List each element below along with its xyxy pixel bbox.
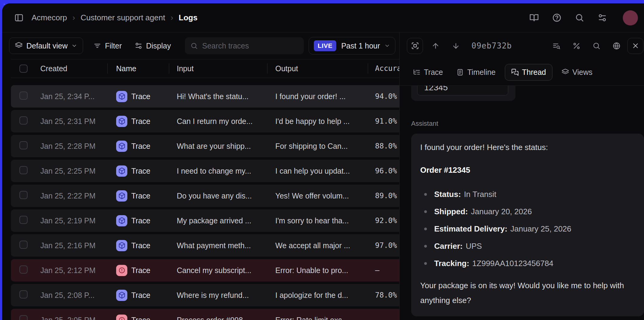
row-checkbox[interactable] [19,216,28,224]
row-name: Trace [107,141,169,152]
column-header-input[interactable]: Input [169,59,267,78]
breadcrumb-org[interactable]: Acmecorp [32,13,67,22]
percent-icon[interactable] [572,42,581,50]
list-search-icon[interactable] [552,42,561,50]
detail-value: January 25, 2026 [510,223,571,234]
search-traces-input[interactable] [202,42,298,50]
row-created: Jan 25, 2:25 PM [40,167,107,175]
order-heading: Order #12345 [420,165,635,175]
trace-type-icon [116,165,127,177]
breadcrumb: Acmecorp › Customer support agent › Logs [32,13,197,22]
detail-value: 1Z999AA10123456784 [472,258,553,269]
row-name: Trace [107,91,169,102]
detail-label: Shipped: [434,206,468,217]
table-row[interactable]: Jan 25, 2:19 PM Trace My package arrived… [11,209,399,232]
row-checkbox[interactable] [19,241,28,249]
filter-button[interactable]: Filter [93,42,122,50]
layers-icon [15,42,23,50]
row-checkbox[interactable] [19,191,28,199]
row-checkbox[interactable] [19,166,28,174]
display-button[interactable]: Display [135,42,171,50]
table-row[interactable]: Jan 25, 2:22 PM Trace Do you have any di… [11,185,399,207]
detail-label: Status: [434,189,461,200]
row-created: Jan 25, 2:28 PM [40,142,107,151]
settings-icon[interactable] [598,13,607,22]
filter-icon [93,42,101,50]
row-checkbox[interactable] [19,116,28,125]
table-row[interactable]: Jan 25, 2:28 PM Trace What are your ship… [11,135,399,157]
order-detail-item: Carrier: UPS [420,241,635,252]
filter-label: Filter [105,42,122,50]
column-header-accuracy[interactable]: Accuracy [368,59,399,78]
bullet-dot [424,228,427,230]
panel-tabs: Trace Timeline Thread Views [400,59,644,86]
table-row[interactable]: Jan 25, 2:31 PM Trace Can I return my or… [11,110,399,132]
display-icon [135,42,143,50]
close-icon [632,42,639,50]
tab-thread[interactable]: Thread [505,64,552,81]
row-output: Error: Rate limit exc... [267,316,368,320]
row-created: Jan 25, 2:19 PM [40,216,107,225]
row-created: Jan 25, 2:16 PM [40,241,107,250]
globe-icon[interactable] [612,42,621,50]
row-name-label: Trace [131,92,150,101]
row-input: I need to change my... [169,167,267,175]
tab-timeline[interactable]: Timeline [452,64,500,81]
app-window: Acmecorp › Customer support agent › Logs [2,3,644,320]
row-name: Trace [107,315,169,320]
row-output: We accept all major ... [267,241,368,250]
time-range-label: Past 1 hour [341,42,380,50]
assistant-message: I found your order! Here's the status: O… [411,134,644,316]
row-name-label: Trace [131,316,150,320]
app-header: Acmecorp › Customer support agent › Logs [2,3,644,32]
search-icon[interactable] [592,42,601,50]
sidebar-toggle-icon[interactable] [14,13,24,22]
detail-label: Estimated Delivery: [434,223,507,234]
view-selector-label: Default view [26,42,68,50]
order-detail-item: Status: In Transit [420,189,635,200]
search-icon[interactable] [575,13,584,22]
time-range-button[interactable]: LIVE Past 1 hour [309,37,396,55]
next-trace-button[interactable] [452,42,460,50]
docs-icon[interactable] [529,13,539,22]
column-header-created[interactable]: Created [40,59,107,78]
order-detail-item: Tracking: 1Z999AA10123456784 [420,258,635,269]
avatar[interactable] [623,10,638,25]
tab-views[interactable]: Views [557,64,597,81]
table-row[interactable]: Jan 25, 2:34 P... Trace Hi! What's the s… [11,85,399,108]
row-checkbox[interactable] [19,290,28,298]
row-checkbox[interactable] [19,92,28,100]
tab-trace[interactable]: Trace [409,64,447,81]
document-icon [456,68,464,76]
trace-type-icon [116,116,127,127]
help-icon[interactable] [552,13,562,22]
previous-trace-button[interactable] [431,42,440,50]
bullet-dot [424,245,427,248]
row-created: Jan 25, 2:34 P... [40,92,107,101]
table-row[interactable]: Jan 25, 2:12 PM Trace Cancel my subscrip… [11,259,399,282]
bullet-dot [424,262,427,265]
row-input: Can I return my orde... [169,117,267,126]
trace-type-icon [116,215,127,226]
row-checkbox[interactable] [19,141,28,149]
column-header-name[interactable]: Name [107,59,169,78]
arrow-up-icon [431,42,440,50]
row-output: Yes! We offer volum... [267,192,368,200]
view-selector-button[interactable]: Default view [9,38,83,54]
row-name: Trace [107,240,169,251]
table-row[interactable]: Jan 25, 2:05 PM Trace Process order #998… [11,309,399,320]
row-output: I found your order! ... [267,92,368,101]
table-row[interactable]: Jan 25, 2:25 PM Trace I need to change m… [11,160,399,182]
select-all-checkbox[interactable] [19,65,28,73]
trace-type-icon [116,190,127,202]
table-row[interactable]: Jan 25, 2:16 PM Trace What payment meth.… [11,234,399,257]
column-header-output[interactable]: Output [267,59,368,78]
table-row[interactable]: Jan 25, 2:08 P... Trace Where is my refu… [11,284,399,306]
trace-type-icon [116,290,127,301]
expand-trace-button[interactable] [407,38,423,54]
row-checkbox[interactable] [19,315,28,320]
row-name: Trace [107,116,169,127]
row-checkbox[interactable] [19,265,28,274]
breadcrumb-project[interactable]: Customer support agent [81,13,165,22]
close-panel-button[interactable] [627,38,643,54]
